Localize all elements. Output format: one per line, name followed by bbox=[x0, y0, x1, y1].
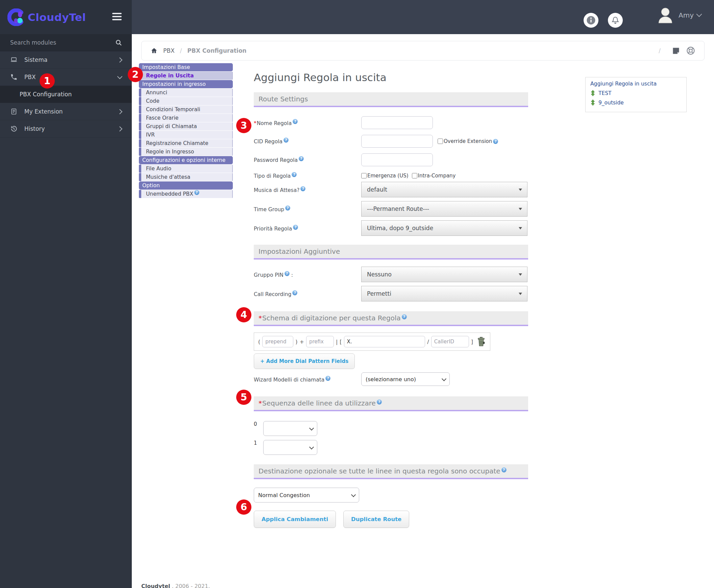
help-icon[interactable] bbox=[300, 186, 306, 191]
callerid-input[interactable] bbox=[431, 336, 469, 348]
duplicate-route-button[interactable]: Duplicate Route bbox=[343, 511, 409, 528]
row-gruppo-pin: Gruppo PIN : Nessuno bbox=[254, 267, 528, 282]
submenu-item-fasce-orarie[interactable]: Fasce Orarie bbox=[139, 114, 233, 122]
note-icon[interactable] bbox=[671, 46, 680, 56]
annotation-badge-3: 3 bbox=[236, 118, 251, 133]
trash-icon[interactable] bbox=[477, 337, 486, 347]
help-icon[interactable] bbox=[292, 290, 297, 295]
submenu-item-gruppi-di-chiamata[interactable]: Gruppi di Chiamata bbox=[139, 122, 233, 130]
password-regola-input[interactable] bbox=[361, 153, 433, 166]
sidebar-item-label: PBX bbox=[24, 74, 36, 80]
help-icon[interactable] bbox=[293, 225, 298, 230]
hamburger-menu-icon[interactable] bbox=[112, 13, 122, 20]
priorita-regola-select[interactable]: Ultima, dopo 9_outside bbox=[361, 220, 527, 236]
gruppo-pin-select[interactable]: Nessuno bbox=[361, 267, 527, 282]
field-label: Wizard Modelli di chiamata bbox=[254, 377, 324, 383]
search-input[interactable] bbox=[9, 39, 115, 46]
help-icon[interactable] bbox=[377, 399, 382, 404]
routes-panel-title[interactable]: Aggiungi Regola in uscita bbox=[590, 81, 681, 87]
help-icon[interactable] bbox=[285, 206, 290, 211]
info-button[interactable] bbox=[584, 13, 598, 28]
prefix-input[interactable] bbox=[306, 336, 334, 348]
sidebar-item-my-extension[interactable]: My Extension bbox=[0, 103, 132, 120]
sort-updown-icon[interactable] bbox=[590, 99, 595, 106]
route-link: TEST bbox=[598, 90, 612, 96]
help-icon[interactable] bbox=[299, 156, 304, 161]
submenu-item-regole-in-ingresso[interactable]: Regole in Ingresso bbox=[139, 148, 233, 156]
nome-regola-input[interactable] bbox=[361, 116, 433, 129]
submenu-item-annunci[interactable]: Annunci bbox=[139, 88, 233, 97]
section-schema-digitazione: Schema di digitazione per questa Regola bbox=[254, 311, 528, 326]
sequence-row-1: 1 bbox=[254, 440, 528, 455]
search-icon[interactable] bbox=[115, 39, 122, 46]
submenu-item-musiche-dattesa[interactable]: Musiche d'attesa bbox=[139, 173, 233, 181]
routes-list-panel: Aggiungi Regola in uscita TEST 9_outside bbox=[585, 77, 687, 112]
submenu-item-regole-in-uscita[interactable]: Regole in Uscita bbox=[139, 72, 233, 80]
prepend-input[interactable] bbox=[262, 336, 293, 348]
history-icon bbox=[10, 125, 19, 132]
help-icon[interactable] bbox=[493, 139, 498, 144]
intra-company-checkbox[interactable] bbox=[412, 173, 417, 178]
help-icon[interactable] bbox=[501, 467, 506, 472]
override-extension-checkbox[interactable] bbox=[438, 139, 443, 144]
submenu-item-code[interactable]: Code bbox=[139, 97, 233, 105]
add-dial-pattern-button[interactable]: + Add More Dial Pattern Fields bbox=[254, 354, 355, 369]
route-item-test[interactable]: TEST bbox=[590, 90, 681, 96]
section-destinazione-opzionale: Destinazione opzionale se tutte le linee… bbox=[254, 464, 528, 479]
musica-di-attesa-select[interactable]: default bbox=[361, 182, 527, 197]
help-icon[interactable] bbox=[326, 376, 331, 381]
sidebar-item-pbx-configuration[interactable]: PBX Configuration bbox=[0, 86, 132, 103]
user-menu[interactable]: Amy bbox=[655, 5, 701, 25]
pbx-submenu: Impostazioni Base Regole in Uscita Impos… bbox=[139, 63, 233, 198]
sidebar-item-sistema[interactable]: Sistema bbox=[0, 51, 132, 69]
emergenza-checkbox[interactable] bbox=[361, 173, 366, 178]
breadcrumb-section[interactable]: PBX bbox=[163, 47, 175, 54]
apply-changes-button[interactable]: Applica Cambiamenti bbox=[254, 511, 336, 528]
sidebar-item-label: PBX Configuration bbox=[20, 91, 71, 98]
help-icon[interactable] bbox=[284, 138, 289, 143]
chevron-down-icon bbox=[696, 12, 702, 17]
submenu-item-ivr[interactable]: IVR bbox=[139, 131, 233, 139]
sidebar-item-history[interactable]: History bbox=[0, 120, 132, 138]
help-icon[interactable] bbox=[285, 271, 290, 276]
footer-years: . 2006 - 2021. bbox=[172, 583, 210, 588]
help-icon[interactable] bbox=[293, 119, 298, 124]
submenu-item-condizioni-temporali[interactable]: Condizioni Temporali bbox=[139, 105, 233, 113]
support-lifering-icon[interactable] bbox=[686, 46, 695, 56]
sidebar-logo-row: CloudyTel bbox=[0, 0, 132, 34]
submenu-header-configurazioni-opzioni-interne: Configurazioni e opzioni interne bbox=[139, 156, 233, 164]
footer: Cloudytel . 2006 - 2021. bbox=[141, 583, 210, 588]
chevron-down-icon bbox=[442, 376, 446, 381]
brand-name: CloudyTel bbox=[28, 11, 86, 23]
submenu-item-file-audio[interactable]: File Audio bbox=[139, 165, 233, 173]
sort-updown-icon[interactable] bbox=[590, 90, 595, 96]
row-nome-regola: Nome Regola bbox=[254, 116, 528, 129]
help-icon[interactable] bbox=[194, 190, 200, 195]
submenu-item-registrazione-chiamate[interactable]: Registrazione Chiamate bbox=[139, 139, 233, 147]
time-group-select[interactable]: ---Permanent Route--- bbox=[361, 201, 527, 217]
call-recording-select[interactable]: Permetti bbox=[361, 286, 527, 301]
clipboard-icon bbox=[10, 108, 19, 115]
row-password-regola: Password Regola bbox=[254, 153, 528, 166]
submenu-header-impostazioni-in-ingresso: Impostazioni in ingresso bbox=[139, 80, 233, 88]
notifications-button[interactable] bbox=[608, 13, 623, 28]
help-icon[interactable] bbox=[292, 172, 297, 177]
destination-select[interactable]: Normal Congestion bbox=[254, 488, 359, 503]
cid-regola-input[interactable] bbox=[361, 135, 433, 148]
sidebar-item-pbx[interactable]: PBX bbox=[0, 69, 132, 86]
trunk-select-1[interactable] bbox=[263, 440, 317, 455]
route-item-9-outside[interactable]: 9_outside bbox=[590, 99, 681, 106]
trunk-select-0[interactable] bbox=[263, 421, 317, 436]
sidebar: CloudyTel Sistema PBX PBX Configuration … bbox=[0, 0, 132, 588]
phone-icon bbox=[10, 74, 19, 81]
help-icon[interactable] bbox=[402, 314, 407, 319]
submenu-item-unembedded-pbx[interactable]: Unembedded PBX bbox=[139, 190, 233, 198]
row-time-group: Time Group ---Permanent Route--- bbox=[254, 201, 528, 217]
sidebar-item-label: History bbox=[24, 125, 45, 132]
home-icon[interactable] bbox=[150, 47, 158, 55]
annotation-badge-1: 1 bbox=[40, 74, 55, 88]
field-label: Gruppo PIN bbox=[254, 272, 284, 278]
wizard-modelli-select[interactable]: (selezionarne uno) bbox=[361, 372, 450, 386]
match-pattern-input[interactable] bbox=[344, 336, 425, 348]
avatar bbox=[655, 5, 675, 25]
